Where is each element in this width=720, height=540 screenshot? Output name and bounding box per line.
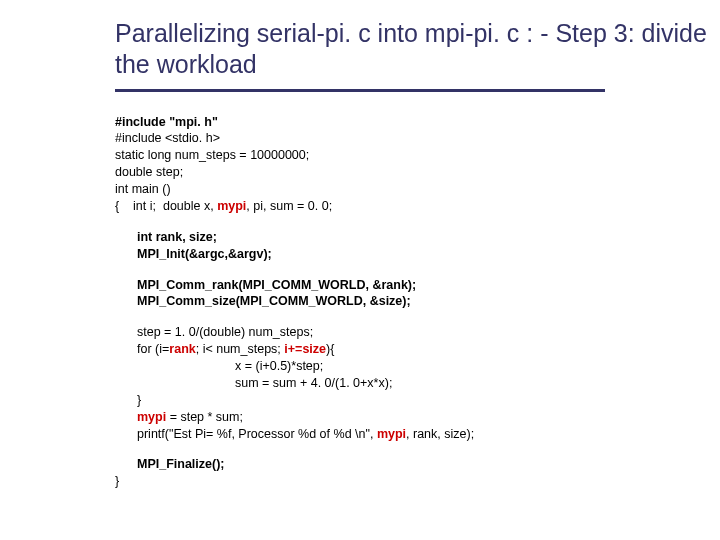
code-line: for (i=rank; i< num_steps; i+=size){ [115,341,720,358]
code-line: int main () [115,181,720,198]
code-line: sum = sum + 4. 0/(1. 0+x*x); [115,375,720,392]
code-line: MPI_Init(&argc,&argv); [115,246,720,263]
code-line: { int i; double x, mypi, pi, sum = 0. 0; [115,198,720,215]
code-line: int rank, size; [115,229,720,246]
code-line: #include <stdio. h> [115,130,720,147]
code-line: step = 1. 0/(double) num_steps; [115,324,720,341]
code-line: #include "mpi. h" [115,114,720,131]
mypi-var: mypi [377,427,406,441]
code-line: } [115,473,720,490]
mypi-var: mypi [217,199,246,213]
code-line: } [115,392,720,409]
code-line: mypi = step * sum; [115,409,720,426]
slide-title: Parallelizing serial-pi. c into mpi-pi. … [0,18,720,81]
code-line: MPI_Finalize(); [115,456,720,473]
rank-var: rank [169,342,195,356]
code-line: printf("Est Pi= %f, Processor %d of %d \… [115,426,720,443]
code-line: double step; [115,164,720,181]
code-line: x = (i+0.5)*step; [115,358,720,375]
code-line: MPI_Comm_size(MPI_COMM_WORLD, &size); [115,293,720,310]
code-block: #include "mpi. h" #include <stdio. h> st… [0,114,720,491]
mypi-var: mypi [137,410,166,424]
isize-var: i+=size [284,342,326,356]
code-line: MPI_Comm_rank(MPI_COMM_WORLD, &rank); [115,277,720,294]
title-underline [115,89,605,92]
code-line: static long num_steps = 10000000; [115,147,720,164]
